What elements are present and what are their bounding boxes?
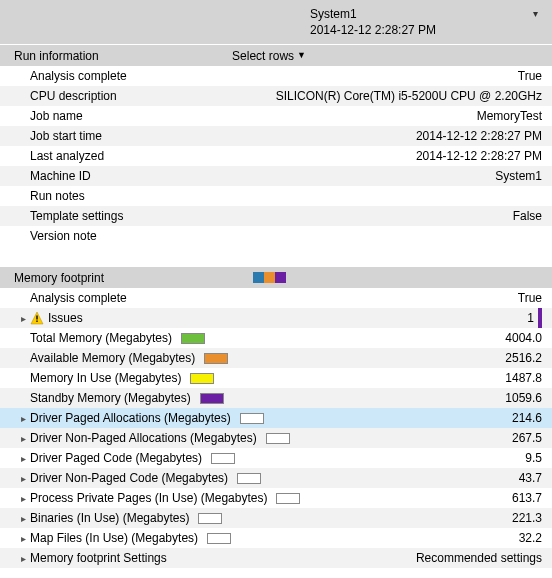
row-label: Standby Memory (Megabytes)	[30, 391, 191, 405]
row-value: 4004.0	[505, 331, 542, 345]
memfoot-row[interactable]: Analysis completeTrue	[0, 288, 552, 308]
memfoot-row[interactable]: ▸Driver Non-Paged Code (Megabytes)43.7	[0, 468, 552, 488]
row-value: False	[513, 209, 542, 223]
runinfo-row[interactable]: CPU descriptionSILICON(R) Core(TM) i5-52…	[0, 86, 552, 106]
system-name: System1	[310, 6, 524, 22]
runinfo-row[interactable]: Template settingsFalse	[0, 206, 552, 226]
expander[interactable]: ▸	[0, 473, 30, 484]
color-swatch-icon	[266, 433, 290, 444]
color-swatch-icon	[204, 353, 228, 364]
memfoot-row[interactable]: Memory In Use (Megabytes)1487.8	[0, 368, 552, 388]
section-gap	[0, 246, 552, 266]
color-swatch-icon	[211, 453, 235, 464]
runinfo-row[interactable]: Run notes	[0, 186, 552, 206]
system-timestamp: 2014-12-12 2:28:27 PM	[310, 22, 524, 38]
row-value: True	[518, 291, 542, 305]
select-rows-dropdown[interactable]: Select rows ▼	[232, 49, 306, 63]
row-label-text: Map Files (In Use) (Megabytes)	[30, 531, 198, 545]
warning-icon	[30, 311, 44, 325]
runinfo-section-header[interactable]: Run information Select rows ▼	[0, 44, 552, 66]
memfoot-row[interactable]: ▸Driver Paged Allocations (Megabytes)214…	[0, 408, 552, 428]
row-label: Available Memory (Megabytes)	[30, 351, 195, 365]
memfoot-row[interactable]: Total Memory (Megabytes)4004.0	[0, 328, 552, 348]
system-selector[interactable]: System1 2014-12-12 2:28:27 PM ▾	[310, 6, 542, 38]
row-label-text: Process Private Pages (In Use) (Megabyte…	[30, 491, 267, 505]
row-value: 2516.2	[505, 351, 542, 365]
row-label: Binaries (In Use) (Megabytes)	[30, 511, 189, 525]
row-label: CPU description	[30, 89, 117, 103]
memfoot-row[interactable]: ▸Driver Non-Paged Allocations (Megabytes…	[0, 428, 552, 448]
row-label: Driver Non-Paged Code (Megabytes)	[30, 471, 228, 485]
svg-rect-2	[36, 321, 37, 322]
triangle-down-icon: ▼	[297, 51, 306, 60]
row-label: Driver Paged Allocations (Megabytes)	[30, 411, 231, 425]
runinfo-row[interactable]: Analysis completeTrue	[0, 66, 552, 86]
row-label-text: Driver Non-Paged Allocations (Megabytes)	[30, 431, 257, 445]
color-swatch-icon	[276, 493, 300, 504]
row-value: 613.7	[512, 491, 542, 505]
runinfo-row[interactable]: Version note	[0, 226, 552, 246]
swatch-col	[273, 493, 303, 504]
runinfo-row[interactable]: Job start time2014-12-12 2:28:27 PM	[0, 126, 552, 146]
row-label: Memory In Use (Megabytes)	[30, 371, 181, 385]
row-label-text: Driver Non-Paged Code (Megabytes)	[30, 471, 228, 485]
expander[interactable]: ▸	[0, 493, 30, 504]
expander[interactable]: ▸	[0, 533, 30, 544]
row-label-text: Binaries (In Use) (Megabytes)	[30, 511, 189, 525]
row-label: Issues	[30, 311, 83, 325]
row-label: Total Memory (Megabytes)	[30, 331, 172, 345]
memfoot-header-swatches	[253, 272, 286, 283]
row-label: Job start time	[30, 129, 102, 143]
runinfo-row[interactable]: Last analyzed2014-12-12 2:28:27 PM	[0, 146, 552, 166]
row-label: Analysis complete	[30, 291, 127, 305]
row-label: Memory footprint Settings	[30, 551, 167, 565]
color-swatch-icon	[190, 373, 214, 384]
row-value: True	[518, 69, 542, 83]
expander[interactable]: ▸	[0, 313, 30, 324]
memfoot-title: Memory footprint	[14, 271, 104, 285]
row-value: 1	[527, 311, 534, 325]
expander[interactable]: ▸	[0, 553, 30, 564]
swatch-col	[263, 433, 293, 444]
row-value: 43.7	[519, 471, 542, 485]
runinfo-row[interactable]: Job nameMemoryTest	[0, 106, 552, 126]
memfoot-row[interactable]: ▸Memory footprint SettingsRecommended se…	[0, 548, 552, 568]
accent-bar	[538, 308, 542, 328]
memfoot-row[interactable]: Standby Memory (Megabytes)1059.6	[0, 388, 552, 408]
color-swatch-icon	[237, 473, 261, 484]
row-label-text: Standby Memory (Megabytes)	[30, 391, 191, 405]
swatch-col	[208, 453, 238, 464]
row-label-text: Total Memory (Megabytes)	[30, 331, 172, 345]
row-value: SILICON(R) Core(TM) i5-5200U CPU @ 2.20G…	[276, 89, 542, 103]
swatch-col	[187, 373, 217, 384]
memfoot-row[interactable]: ▸Issues1	[0, 308, 552, 328]
row-label: Analysis complete	[30, 69, 127, 83]
expander[interactable]: ▸	[0, 433, 30, 444]
swatch-col	[195, 513, 225, 524]
swatch-col	[201, 353, 231, 364]
row-value: 32.2	[519, 531, 542, 545]
expander[interactable]: ▸	[0, 453, 30, 464]
memfoot-row[interactable]: ▸Binaries (In Use) (Megabytes)221.3	[0, 508, 552, 528]
memfoot-row[interactable]: ▸Process Private Pages (In Use) (Megabyt…	[0, 488, 552, 508]
expand-triangle-icon: ▸	[21, 493, 26, 504]
runinfo-title: Run information	[14, 49, 99, 63]
runinfo-row[interactable]: Machine IDSystem1	[0, 166, 552, 186]
memfoot-rows: Analysis completeTrue▸Issues1Total Memor…	[0, 288, 552, 568]
memfoot-row[interactable]: Available Memory (Megabytes)2516.2	[0, 348, 552, 368]
expander[interactable]: ▸	[0, 513, 30, 524]
memfoot-section-header[interactable]: Memory footprint	[0, 266, 552, 288]
expander[interactable]: ▸	[0, 413, 30, 424]
row-label: Last analyzed	[30, 149, 104, 163]
row-label: Template settings	[30, 209, 123, 223]
row-label-text: Driver Paged Allocations (Megabytes)	[30, 411, 231, 425]
row-value: System1	[495, 169, 542, 183]
caret-down-icon: ▾	[533, 8, 538, 19]
expand-triangle-icon: ▸	[21, 553, 26, 564]
row-label: Version note	[30, 229, 97, 243]
swatch-col	[234, 473, 264, 484]
expand-triangle-icon: ▸	[21, 413, 26, 424]
memfoot-row[interactable]: ▸Driver Paged Code (Megabytes)9.5	[0, 448, 552, 468]
row-value: 267.5	[512, 431, 542, 445]
memfoot-row[interactable]: ▸Map Files (In Use) (Megabytes)32.2	[0, 528, 552, 548]
